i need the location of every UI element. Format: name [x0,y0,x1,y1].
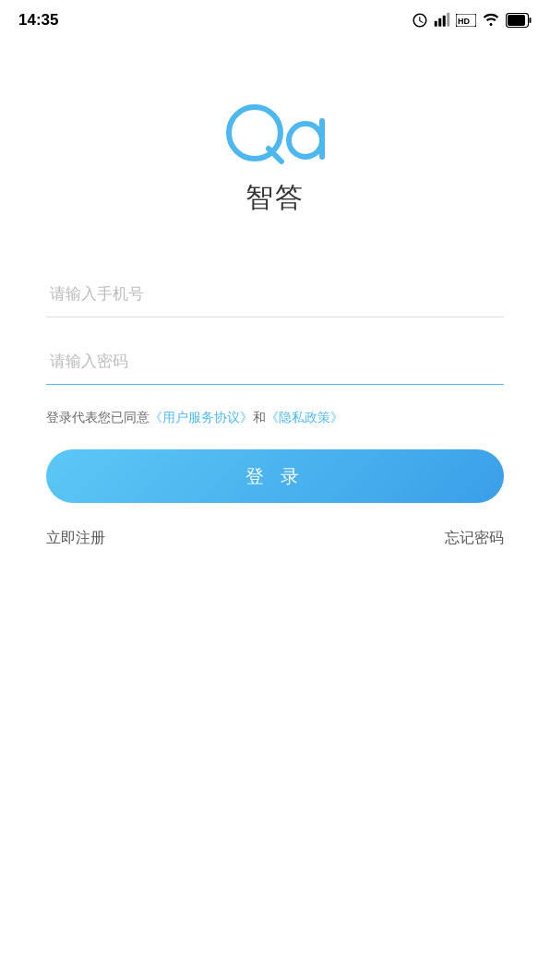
app-logo [215,96,335,170]
privacy-policy-link[interactable]: 《隐私政策》 [266,410,343,424]
status-time: 14:35 [18,11,58,30]
login-button[interactable]: 登 录 [46,449,504,503]
svg-rect-0 [435,21,437,27]
service-agreement-link[interactable]: 《用户服务协议》 [149,410,253,424]
wifi-icon [482,12,500,29]
phone-input[interactable] [46,272,504,317]
alarm-icon [412,12,428,29]
svg-rect-1 [438,18,441,27]
bottom-links: 立即注册 忘记密码 [46,529,504,548]
register-link[interactable]: 立即注册 [46,529,105,548]
svg-point-11 [289,124,322,157]
signal-icon [434,12,450,29]
app-name: 智答 [245,179,305,217]
main-content: 智答 登录代表您已同意《用户服务协议》和《隐私政策》 登 录 立即注册 忘记密码 [0,41,550,585]
agreement-text: 登录代表您已同意《用户服务协议》和《隐私政策》 [46,407,504,427]
svg-rect-3 [447,13,449,27]
password-input[interactable] [46,340,504,385]
svg-text:HD: HD [458,17,470,26]
forgot-password-link[interactable]: 忘记密码 [445,529,504,548]
status-bar: 14:35 HD [0,0,550,41]
form-container: 登录代表您已同意《用户服务协议》和《隐私政策》 登 录 [46,272,504,529]
logo-container: 智答 [215,96,335,217]
status-icons: HD [412,12,532,29]
agreement-prefix: 登录代表您已同意 [46,410,149,424]
agreement-connector: 和 [253,410,266,424]
svg-rect-2 [443,16,446,27]
svg-rect-7 [530,18,532,23]
svg-rect-8 [508,15,525,26]
hd-icon: HD [456,14,476,27]
battery-icon [506,13,532,28]
